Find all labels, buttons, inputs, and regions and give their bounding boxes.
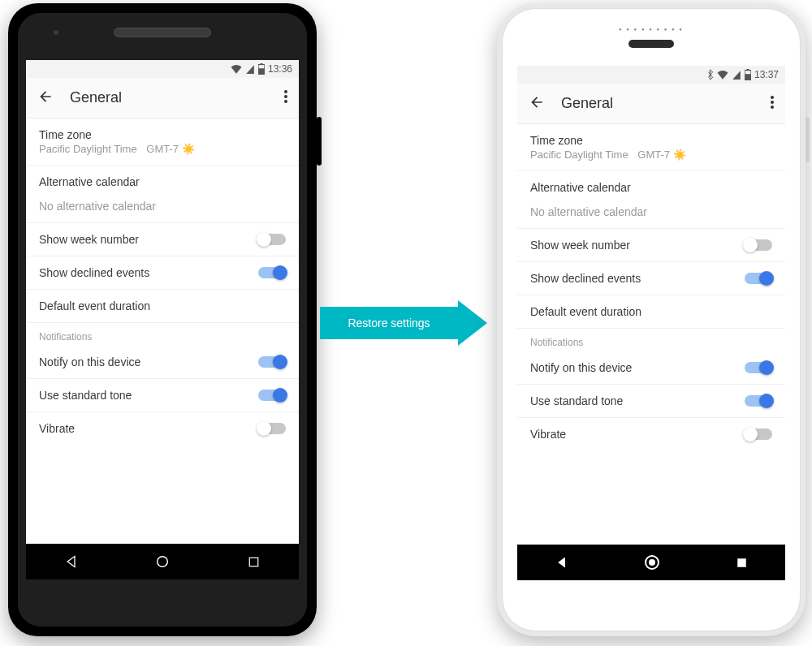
screen: 13:36 General Time zone Pacific Daylight… xyxy=(26,60,299,579)
setting-label: Time zone xyxy=(39,128,286,141)
setting-vibrate[interactable]: Vibrate xyxy=(517,418,785,450)
nav-recent-button[interactable] xyxy=(248,556,260,568)
app-bar: General xyxy=(517,84,785,124)
svg-point-4 xyxy=(284,95,287,98)
setting-label: Show week number xyxy=(39,233,258,246)
setting-default-event-duration[interactable]: Default event duration xyxy=(26,290,299,323)
battery-icon xyxy=(258,63,265,75)
setting-label: Show declined events xyxy=(530,272,745,285)
setting-show-declined-events[interactable]: Show declined events xyxy=(517,262,785,295)
toggle-notify-on-device[interactable] xyxy=(745,362,772,373)
svg-point-6 xyxy=(158,557,168,567)
svg-point-3 xyxy=(284,90,287,93)
back-button[interactable] xyxy=(37,88,55,108)
setting-label: Time zone xyxy=(530,134,772,147)
svg-rect-2 xyxy=(260,63,262,65)
setting-use-standard-tone[interactable]: Use standard tone xyxy=(26,379,299,412)
page-title: General xyxy=(546,95,759,112)
setting-label: Default event duration xyxy=(530,305,772,318)
overflow-menu-button[interactable] xyxy=(273,90,287,106)
device-phone-left: 13:36 General Time zone Pacific Daylight… xyxy=(8,3,317,636)
toggle-show-declined-events[interactable] xyxy=(745,273,772,284)
svg-point-15 xyxy=(649,559,655,566)
toggle-vibrate[interactable] xyxy=(745,429,772,440)
setting-value: Pacific Daylight Time GMT-7 ☀️ xyxy=(530,149,772,161)
nav-back-button[interactable] xyxy=(555,556,568,569)
toggle-use-standard-tone[interactable] xyxy=(258,390,286,401)
status-bar: 13:37 xyxy=(517,66,785,84)
status-clock: 13:36 xyxy=(268,63,292,75)
toggle-show-week-number[interactable] xyxy=(258,234,286,245)
toggle-show-week-number[interactable] xyxy=(745,239,772,251)
page-title: General xyxy=(55,89,273,106)
setting-label: Vibrate xyxy=(530,428,745,441)
setting-timezone[interactable]: Time zone Pacific Daylight Time GMT-7 ☀️ xyxy=(26,118,299,166)
toggle-show-declined-events[interactable] xyxy=(258,267,286,278)
android-nav-bar xyxy=(517,545,785,580)
svg-rect-1 xyxy=(258,68,265,75)
svg-rect-9 xyxy=(745,74,751,80)
nav-home-button[interactable] xyxy=(155,554,170,569)
setting-show-declined-events[interactable]: Show declined events xyxy=(26,256,299,290)
overflow-menu-button[interactable] xyxy=(759,96,774,112)
setting-notify-on-device[interactable]: Notify on this device xyxy=(517,351,785,385)
signal-icon xyxy=(732,70,741,80)
setting-show-week-number[interactable]: Show week number xyxy=(26,223,299,256)
android-nav-bar xyxy=(26,544,299,579)
svg-point-11 xyxy=(771,96,774,99)
setting-label: Show declined events xyxy=(39,266,258,279)
section-header-notifications: Notifications xyxy=(26,323,299,346)
toggle-use-standard-tone[interactable] xyxy=(745,395,772,407)
screen: 13:37 General Time zone Pacific Daylight… xyxy=(517,66,785,580)
nav-recent-button[interactable] xyxy=(736,557,748,569)
nav-home-button[interactable] xyxy=(644,554,660,571)
setting-use-standard-tone[interactable]: Use standard tone xyxy=(517,385,785,418)
svg-rect-10 xyxy=(746,69,749,71)
setting-alternative-calendar[interactable]: Alternative calendar xyxy=(26,166,299,198)
status-bar: 13:36 xyxy=(26,60,299,78)
toggle-notify-on-device[interactable] xyxy=(258,356,286,368)
back-button[interactable] xyxy=(529,94,546,114)
setting-label: Default event duration xyxy=(39,299,286,312)
sun-icon: ☀️ xyxy=(673,149,686,161)
setting-alternative-calendar[interactable]: Alternative calendar xyxy=(517,171,785,204)
signal-icon xyxy=(245,64,255,74)
setting-label: Alternative calendar xyxy=(530,181,772,194)
setting-alternative-calendar-value[interactable]: No alternative calendar xyxy=(517,204,785,229)
svg-point-12 xyxy=(771,101,774,104)
restore-settings-arrow: Restore settings xyxy=(320,300,499,346)
setting-label: Notify on this device xyxy=(530,361,745,374)
section-header-notifications: Notifications xyxy=(517,329,785,351)
setting-value: No alternative calendar xyxy=(530,205,772,218)
setting-label: Use standard tone xyxy=(530,394,745,407)
setting-label: Alternative calendar xyxy=(39,175,286,188)
status-clock: 13:37 xyxy=(754,69,779,80)
wifi-icon xyxy=(717,70,728,80)
setting-label: Show week number xyxy=(530,239,745,252)
setting-show-week-number[interactable]: Show week number xyxy=(517,229,785,262)
setting-notify-on-device[interactable]: Notify on this device xyxy=(26,346,299,379)
setting-default-event-duration[interactable]: Default event duration xyxy=(517,295,785,329)
setting-alternative-calendar-value[interactable]: No alternative calendar xyxy=(26,198,299,223)
setting-label: Use standard tone xyxy=(39,389,258,402)
setting-value: Pacific Daylight Time GMT-7 ☀️ xyxy=(39,143,286,155)
wifi-icon xyxy=(231,64,242,74)
nav-back-button[interactable] xyxy=(65,555,78,568)
svg-rect-7 xyxy=(249,558,258,566)
setting-value: No alternative calendar xyxy=(39,200,286,213)
setting-vibrate[interactable]: Vibrate xyxy=(26,412,299,445)
battery-icon xyxy=(745,69,751,80)
app-bar: General xyxy=(26,78,299,118)
setting-label: Notify on this device xyxy=(39,355,258,368)
setting-timezone[interactable]: Time zone Pacific Daylight Time GMT-7 ☀️ xyxy=(517,124,785,171)
sun-icon: ☀️ xyxy=(182,143,195,155)
svg-point-13 xyxy=(771,106,774,109)
svg-rect-16 xyxy=(737,558,746,567)
arrow-label: Restore settings xyxy=(348,317,430,329)
toggle-vibrate[interactable] xyxy=(258,423,286,434)
device-phone-right: ● ● ● ● ● ● ● ● ● 13:37 xyxy=(497,3,806,636)
svg-point-5 xyxy=(284,100,287,103)
bluetooth-icon xyxy=(707,69,714,80)
setting-label: Vibrate xyxy=(39,422,258,435)
